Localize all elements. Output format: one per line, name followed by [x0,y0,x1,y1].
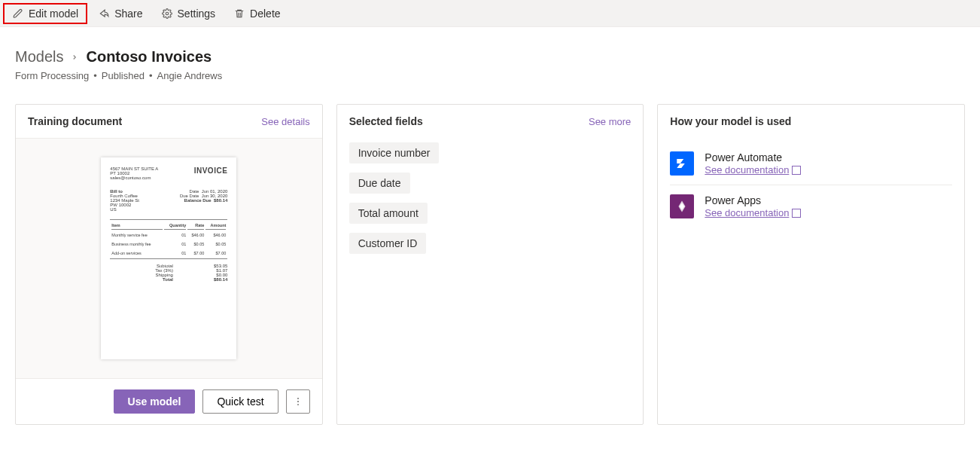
power-apps-icon [670,194,694,218]
chevron-right-icon [71,53,78,61]
model-owner: Angie Andrews [157,70,222,81]
more-vertical-icon [293,396,303,407]
svg-point-0 [166,12,169,15]
field-chip: Due date [349,173,410,194]
see-details-link[interactable]: See details [261,116,309,127]
share-icon [98,8,110,20]
field-chip: Total amount [349,203,428,224]
selected-fields-title: Selected fields [349,115,423,127]
page-header: Models Contoso Invoices Form Processing•… [0,27,980,89]
training-document-title: Training document [28,115,122,127]
doc-invoice-title: INVOICE [194,166,228,175]
command-bar: Edit model Share Settings Delete [0,0,980,27]
delete-label: Delete [250,8,280,20]
training-document-card: Training document See details 4567 MAIN … [15,104,323,425]
cards-row: Training document See details 4567 MAIN … [0,89,980,440]
settings-button[interactable]: Settings [154,5,224,23]
model-usage-title: How your model is used [670,115,791,127]
more-actions-button[interactable] [286,389,310,414]
pencil-icon [12,8,24,20]
delete-button[interactable]: Delete [226,5,288,23]
gear-icon [161,8,173,20]
selected-fields-card: Selected fields See more Invoice number … [336,104,644,425]
share-label: Share [114,8,142,20]
usage-name: Power Apps [705,194,801,206]
edit-model-button[interactable]: Edit model [3,3,87,24]
edit-model-label: Edit model [29,8,78,20]
doc-billto-4: US [110,207,139,212]
use-model-button[interactable]: Use model [114,389,196,414]
settings-label: Settings [178,8,216,20]
see-more-link[interactable]: See more [589,116,631,127]
usage-name: Power Automate [705,151,801,163]
field-chip: Invoice number [349,142,440,163]
svg-point-2 [297,401,299,402]
svg-point-1 [297,398,299,399]
trash-icon [233,8,245,20]
usage-row-power-automate: Power Automate See documentation [670,142,952,185]
model-status: Published [102,70,145,81]
model-meta: Form Processing•Published•Angie Andrews [15,70,965,81]
quick-test-button[interactable]: Quick test [202,389,278,414]
see-documentation-link[interactable]: See documentation [705,164,801,176]
external-link-icon [792,209,801,218]
share-button[interactable]: Share [90,5,150,23]
breadcrumb-root[interactable]: Models [15,48,63,66]
breadcrumb: Models Contoso Invoices [15,48,965,66]
model-type: Form Processing [15,70,89,81]
doc-line-items: ItemQuantityRateAmount Monthly service f… [110,219,227,259]
page-title: Contoso Invoices [86,48,212,66]
model-usage-card: How your model is used Power Automate Se… [657,104,965,425]
usage-row-power-apps: Power Apps See documentation [670,185,952,228]
field-chip: Customer ID [349,233,427,254]
power-automate-icon [670,151,694,176]
training-document-thumbnail[interactable]: 4567 MAIN ST SUITE A PT 10002 sales@cont… [101,157,236,359]
svg-point-3 [297,404,299,405]
see-documentation-link[interactable]: See documentation [705,207,801,218]
external-link-icon [792,166,801,175]
